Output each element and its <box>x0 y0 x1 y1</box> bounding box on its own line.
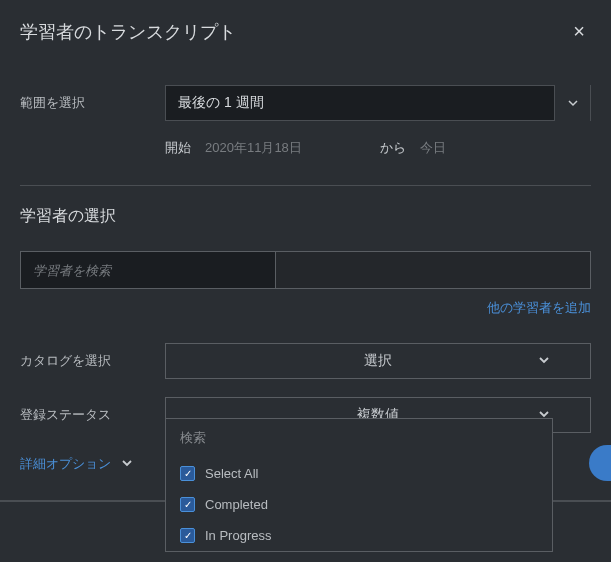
start-label: 開始 <box>165 139 191 157</box>
checkbox-icon[interactable]: ✓ <box>180 466 195 481</box>
chevron-down-icon[interactable] <box>554 85 590 121</box>
learner-search-results <box>276 252 590 288</box>
chevron-down-icon[interactable] <box>121 457 133 472</box>
dropdown-item-label: Completed <box>205 497 268 512</box>
learners-section-title: 学習者の選択 <box>20 206 591 227</box>
close-icon[interactable]: × <box>567 18 591 45</box>
advanced-options-link[interactable]: 詳細オプション <box>20 455 111 473</box>
dropdown-search[interactable]: 検索 <box>166 419 552 458</box>
modal-title: 学習者のトランスクリプト <box>20 20 236 44</box>
add-learners-link[interactable]: 他の学習者を追加 <box>487 300 591 315</box>
end-date: 今日 <box>420 139 446 157</box>
catalog-label: カタログを選択 <box>20 352 165 370</box>
submit-button[interactable] <box>589 445 611 481</box>
status-label: 登録ステータス <box>20 406 165 424</box>
catalog-value: 選択 <box>166 352 590 370</box>
start-date: 2020年11月18日 <box>205 139 302 157</box>
checkbox-icon[interactable]: ✓ <box>180 497 195 512</box>
range-label: 範囲を選択 <box>20 94 165 112</box>
dropdown-item-select-all[interactable]: ✓ Select All <box>166 458 552 489</box>
chevron-down-icon <box>538 354 550 369</box>
divider <box>20 185 591 186</box>
range-select[interactable]: 最後の 1 週間 <box>165 85 591 121</box>
dropdown-item-completed[interactable]: ✓ Completed <box>166 489 552 520</box>
to-label: から <box>380 139 406 157</box>
dropdown-item-label: In Progress <box>205 528 271 543</box>
status-dropdown: 検索 ✓ Select All ✓ Completed ✓ In Progres… <box>165 418 553 552</box>
checkbox-icon[interactable]: ✓ <box>180 528 195 543</box>
catalog-select[interactable]: 選択 <box>165 343 591 379</box>
learner-search-row <box>20 251 591 289</box>
range-value: 最後の 1 週間 <box>178 94 554 112</box>
dropdown-item-label: Select All <box>205 466 258 481</box>
dropdown-item-in-progress[interactable]: ✓ In Progress <box>166 520 552 551</box>
learner-search-input[interactable] <box>21 252 276 288</box>
